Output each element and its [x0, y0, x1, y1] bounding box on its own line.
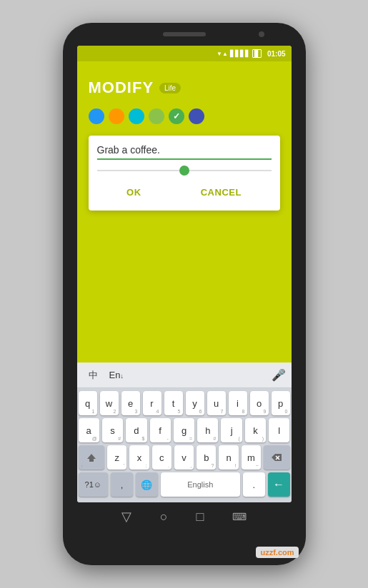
keyboard-button[interactable]: ⌨	[232, 511, 247, 522]
slider-track	[97, 170, 272, 171]
life-badge: Life	[159, 83, 181, 93]
app-header: MODIFY Life	[89, 78, 280, 97]
phone-speaker	[163, 32, 206, 36]
key-f[interactable]: f-	[150, 418, 171, 442]
shift-key[interactable]: ↑	[79, 445, 105, 470]
key-k[interactable]: k)	[245, 418, 266, 442]
keyboard-lang-bar: 中 En↓ 🎤	[77, 363, 292, 388]
signal-icon: ▋▋▋▋	[230, 50, 250, 57]
key-t[interactable]: t5	[164, 391, 183, 415]
keyboard-rows: q1 w2 e3 r4 t5 y6 u7 i8 o9 p0 a@ s# d$ f…	[77, 388, 292, 502]
status-icons: ▼▲ ▋▋▋▋ ▊	[217, 49, 262, 58]
color-dots	[89, 108, 280, 124]
key-comma[interactable]: ,	[111, 472, 133, 497]
color-dot-cyan[interactable]	[129, 108, 144, 124]
cancel-button[interactable]: CANCEL	[189, 183, 253, 202]
wifi-icon: ▼▲	[217, 51, 228, 57]
lang-chinese[interactable]: 中	[83, 366, 104, 385]
dialog-input-text[interactable]: Grab a coffee.	[97, 144, 272, 160]
key-p[interactable]: p0	[272, 391, 290, 415]
color-dot-green[interactable]	[169, 108, 184, 124]
color-dot-orange[interactable]	[109, 108, 124, 124]
key-row-4: ?1☺ , 🌐 English . ←	[79, 472, 290, 497]
key-d[interactable]: d$	[126, 418, 146, 442]
color-dot-lightgreen[interactable]	[149, 108, 164, 124]
phone-camera	[259, 31, 264, 37]
key-z[interactable]: z'	[107, 445, 126, 470]
keyboard-area: 中 En↓ 🎤 q1 w2 e3 r4 t5 y6 u7 i8 o9	[77, 363, 292, 502]
status-bar: ▼▲ ▋▋▋▋ ▊ 01:05	[77, 46, 292, 61]
color-dot-blue[interactable]	[89, 108, 104, 124]
ok-button[interactable]: OK	[115, 183, 153, 202]
key-e[interactable]: e3	[121, 391, 140, 415]
key-a[interactable]: a@	[79, 418, 99, 442]
key-i[interactable]: i8	[229, 391, 247, 415]
nav-bar: ▽ ○ □ ⌨	[121, 502, 247, 531]
key-j[interactable]: j(	[221, 418, 242, 442]
num-sym-key[interactable]: ?1☺	[79, 472, 109, 497]
key-b[interactable]: b?	[197, 445, 216, 470]
dialog-buttons: OK CANCEL	[97, 183, 272, 202]
svg-marker-0	[87, 454, 96, 462]
key-m[interactable]: m~	[242, 445, 261, 470]
status-time: 01:05	[267, 50, 286, 58]
phone-top-bar	[63, 23, 306, 46]
app-content: MODIFY Life Grab a coffee.	[77, 61, 292, 363]
space-key[interactable]: English	[161, 472, 240, 497]
recent-button[interactable]: □	[197, 510, 204, 524]
battery-icon: ▊	[252, 49, 262, 58]
key-l[interactable]: l	[269, 418, 289, 442]
key-s[interactable]: s#	[102, 418, 123, 442]
app-title: MODIFY	[89, 78, 154, 97]
key-row-3: ↑ z' x: c. v, b? n! m~	[79, 445, 290, 470]
back-button[interactable]: ▽	[121, 509, 131, 524]
key-y[interactable]: y6	[186, 391, 204, 415]
key-o[interactable]: o9	[250, 391, 269, 415]
key-row-2: a@ s# d$ f- g= h# j( k) l	[79, 418, 290, 442]
key-period[interactable]: .	[243, 472, 265, 497]
mic-icon[interactable]: 🎤	[272, 368, 286, 382]
key-x[interactable]: x:	[129, 445, 149, 470]
key-v[interactable]: v,	[174, 445, 194, 470]
key-r[interactable]: r4	[143, 391, 161, 415]
phone-frame: ▼▲ ▋▋▋▋ ▊ 01:05 MODIFY Life Grab	[63, 23, 306, 565]
globe-key[interactable]: 🌐	[136, 472, 158, 497]
enter-key[interactable]: ←	[268, 472, 290, 497]
key-c[interactable]: c.	[152, 445, 171, 470]
key-u[interactable]: u7	[207, 391, 226, 415]
slider-thumb	[179, 166, 189, 176]
home-button[interactable]: ○	[160, 510, 168, 524]
watermark: uzzf.com	[256, 547, 298, 558]
key-q[interactable]: q1	[79, 391, 97, 415]
key-h[interactable]: h#	[197, 418, 218, 442]
phone-screen: ▼▲ ▋▋▋▋ ▊ 01:05 MODIFY Life Grab	[77, 46, 292, 502]
lang-english[interactable]: En↓	[104, 367, 129, 383]
slider-container[interactable]	[97, 166, 272, 176]
color-dot-indigo[interactable]	[189, 108, 204, 124]
key-w[interactable]: w2	[100, 391, 119, 415]
key-n[interactable]: n!	[219, 445, 238, 470]
key-g[interactable]: g=	[174, 418, 194, 442]
key-row-1: q1 w2 e3 r4 t5 y6 u7 i8 o9 p0	[79, 391, 290, 415]
backspace-key[interactable]	[264, 445, 290, 470]
dialog-box: Grab a coffee. OK CANCEL	[89, 136, 280, 211]
